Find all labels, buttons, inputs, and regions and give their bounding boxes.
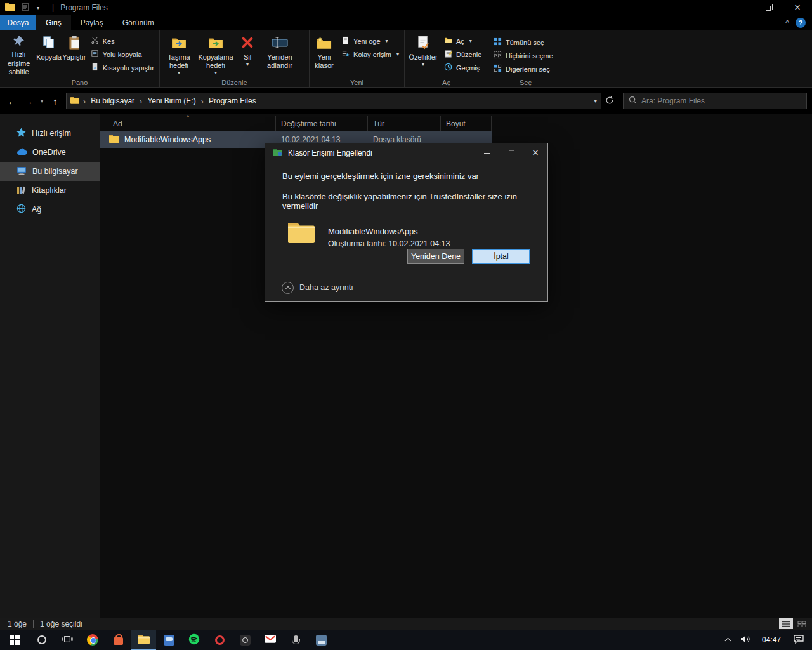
taskbar-clock[interactable]: 04:47 — [755, 630, 788, 650]
start-button[interactable] — [0, 630, 29, 650]
copy-to-dropdown-icon: ▾ — [214, 70, 217, 76]
tab-share[interactable]: Paylaş — [71, 15, 113, 30]
quick-access-star-icon — [16, 128, 26, 139]
taskbar-app-remote[interactable] — [308, 630, 334, 650]
taskbar-app-store[interactable] — [105, 630, 131, 650]
recent-locations-button[interactable]: ▾ — [37, 93, 47, 109]
taskbar-app-gmail[interactable] — [258, 630, 283, 650]
new-item-button[interactable]: Yeni öğe ▾ — [337, 34, 403, 48]
close-button[interactable]: × — [783, 0, 812, 15]
column-header-size[interactable]: Boyut — [441, 116, 492, 131]
move-to-button[interactable]: Taşıma hedefi ▾ — [161, 32, 197, 76]
sidebar-item-network[interactable]: Ağ — [0, 200, 100, 219]
new-folder-button[interactable]: Yeni klasör — [311, 32, 337, 76]
easy-access-dropdown-icon: ▾ — [396, 51, 399, 57]
action-center-button[interactable] — [788, 630, 809, 650]
dialog-buttons: Yeniden Dene İptal — [407, 249, 530, 264]
sidebar-item-this-pc[interactable]: Bu bilgisayar — [0, 162, 100, 181]
thumbnails-view-button[interactable] — [795, 618, 809, 629]
ribbon-group-new: Yeni klasör Yeni öğe ▾ Kolay er — [310, 30, 405, 87]
pin-label: Hızlı erişime sabitle — [1, 51, 36, 76]
history-button[interactable]: Geçmiş — [440, 61, 485, 74]
collapse-ribbon-icon[interactable]: ^ — [785, 18, 789, 27]
breadcrumb-current-folder[interactable]: Program Files — [207, 96, 258, 105]
cortana-button[interactable] — [29, 630, 55, 650]
cortana-icon — [37, 635, 46, 644]
dialog-maximize-button[interactable] — [499, 143, 523, 162]
pin-to-quick-access-button[interactable]: Hızlı erişime sabitle — [1, 32, 36, 76]
title-bar[interactable]: ▾ | Program Files × — [0, 0, 812, 15]
rename-icon — [272, 33, 288, 52]
tab-home[interactable]: Giriş — [36, 15, 71, 30]
cancel-button[interactable]: İptal — [472, 249, 530, 264]
task-view-button[interactable] — [55, 630, 80, 650]
paste-shortcut-icon — [91, 63, 99, 72]
taskbar-app-voice[interactable] — [283, 630, 308, 650]
taskbar-app-explorer[interactable] — [131, 630, 156, 650]
details-view-button[interactable] — [779, 618, 793, 629]
sidebar-item-onedrive[interactable]: OneDrive — [0, 143, 100, 162]
easy-access-icon — [341, 50, 350, 59]
action-center-icon — [794, 635, 804, 646]
search-input[interactable] — [641, 96, 801, 105]
sidebar-item-quick-access[interactable]: Hızlı erişim — [0, 124, 100, 143]
taskbar-app-chrome[interactable] — [80, 630, 105, 650]
maximize-button[interactable] — [754, 0, 783, 15]
folder-icon — [109, 135, 119, 145]
edit-button[interactable]: Düzenle — [440, 48, 485, 61]
open-button[interactable]: Aç ▾ — [440, 34, 485, 48]
crumb-separator-icon: › — [83, 96, 86, 106]
copy-to-button[interactable]: Kopyalama hedefi ▾ — [197, 32, 235, 76]
forward-button[interactable]: → — [20, 93, 37, 109]
dialog-title-bar[interactable]: Klasör Erişimi Engellendi × — [265, 143, 547, 162]
less-details-toggle[interactable]: Daha az ayrıntı — [299, 283, 353, 292]
retry-button[interactable]: Yeniden Dene — [407, 249, 464, 264]
dialog-close-button[interactable]: × — [523, 143, 547, 162]
collapse-details-icon[interactable] — [282, 282, 294, 294]
qat-dropdown-icon[interactable]: ▾ — [37, 5, 39, 11]
copy-path-button[interactable]: Yolu kopyala — [87, 48, 158, 61]
window-title: Program Files — [60, 3, 108, 12]
taskbar-app-spotify[interactable] — [181, 630, 207, 650]
breadcrumb-this-pc[interactable]: Bu bilgisayar — [89, 96, 136, 105]
copy-button[interactable]: Kopyala — [36, 32, 62, 76]
help-icon[interactable]: ? — [796, 18, 806, 28]
address-bar[interactable]: › Bu bilgisayar › Yeni Birim (E:) › Prog… — [66, 93, 601, 109]
paste-shortcut-button[interactable]: Kısayolu yapıştır — [87, 61, 158, 74]
breadcrumb-drive[interactable]: Yeni Birim (E:) — [146, 96, 197, 105]
column-header-type[interactable]: Tür — [368, 116, 441, 131]
dialog-minimize-button[interactable] — [475, 143, 499, 162]
taskbar-app-timer[interactable] — [232, 630, 258, 650]
open-label: Aç — [456, 37, 464, 45]
tab-file[interactable]: Dosya — [0, 15, 36, 30]
address-history-dropdown-icon[interactable]: ▾ — [594, 98, 597, 104]
back-button[interactable]: ← — [4, 93, 20, 109]
refresh-button[interactable] — [601, 93, 618, 109]
select-none-button[interactable]: Hiçbirini seçme — [490, 49, 561, 62]
tray-overflow-button[interactable] — [719, 630, 736, 650]
invert-selection-icon — [494, 64, 502, 74]
up-button[interactable]: ↑ — [47, 93, 63, 109]
dialog-icon — [273, 148, 282, 158]
easy-access-button[interactable]: Kolay erişim ▾ — [337, 48, 403, 61]
minimize-button[interactable] — [724, 0, 754, 15]
volume-button[interactable] — [736, 630, 755, 650]
rename-button[interactable]: Yeniden adlandır — [260, 32, 299, 76]
sidebar-item-libraries[interactable]: Kitaplıklar — [0, 181, 100, 200]
cut-label: Kes — [103, 37, 115, 45]
open-icon — [444, 37, 452, 45]
dialog-maximize-icon — [509, 150, 514, 156]
search-bar[interactable] — [623, 93, 807, 109]
delete-button[interactable]: Sil ▾ — [235, 32, 260, 76]
select-all-button[interactable]: Tümünü seç — [490, 36, 561, 49]
qat-separator: | — [52, 3, 54, 12]
cut-button[interactable]: Kes — [87, 34, 158, 48]
taskbar-app-blue[interactable] — [156, 630, 181, 650]
invert-selection-button[interactable]: Diğerlerini seç — [490, 62, 561, 76]
tab-view[interactable]: Görünüm — [113, 15, 164, 30]
taskbar-app-opera[interactable] — [207, 630, 232, 650]
paste-button[interactable]: Yapıştır — [62, 32, 87, 76]
column-header-modified[interactable]: Değiştirme tarihi — [276, 116, 368, 131]
properties-button[interactable]: Özellikler ▾ — [406, 32, 440, 76]
qat-properties-icon[interactable] — [22, 3, 29, 13]
